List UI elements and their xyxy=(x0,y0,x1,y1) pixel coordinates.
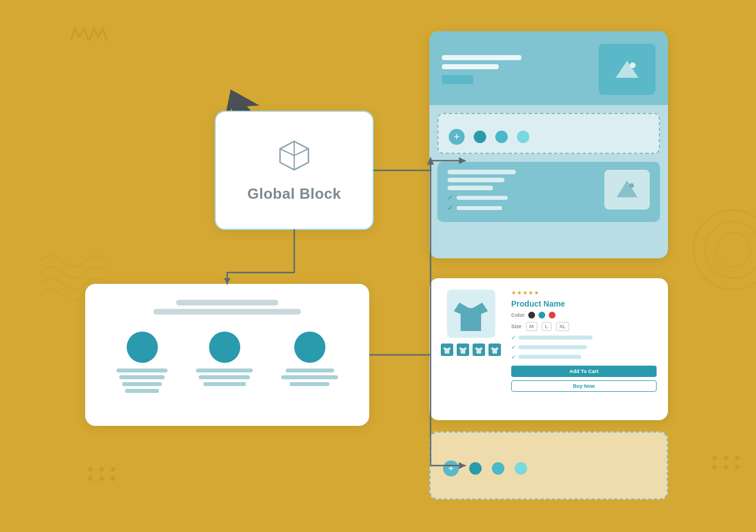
item-lines-3 xyxy=(281,368,338,386)
item-line xyxy=(281,375,338,379)
decorative-dots-right xyxy=(712,456,742,470)
thumbnail-2[interactable] xyxy=(457,344,469,356)
dot-2 xyxy=(495,131,508,143)
color-row: Color xyxy=(511,312,657,319)
check-icon: ✓ xyxy=(511,334,516,341)
product-line xyxy=(448,170,516,174)
hero-section xyxy=(429,31,668,105)
product-thumbnails[interactable] xyxy=(441,344,501,356)
dot-3 xyxy=(515,462,527,475)
check-line: ✓ xyxy=(448,204,595,212)
item-line xyxy=(122,382,162,386)
item-lines-2 xyxy=(196,368,253,386)
hero-line xyxy=(442,55,521,60)
hero-line xyxy=(442,64,499,69)
bottom-instance-circles: + xyxy=(443,460,654,476)
dot-1 xyxy=(474,131,486,143)
check-bar xyxy=(519,336,592,340)
check-icon: ✓ xyxy=(448,194,453,202)
check-row-3: ✓ xyxy=(511,354,657,360)
bottom-subtitle-line xyxy=(153,309,301,315)
item-line xyxy=(203,382,246,386)
check-bar xyxy=(519,345,587,349)
item-line xyxy=(290,382,329,386)
bottom-title-line xyxy=(176,300,278,305)
svg-point-2 xyxy=(716,233,750,267)
svg-point-8 xyxy=(630,62,636,68)
check-line: ✓ xyxy=(448,194,595,202)
global-block-card: Global Block xyxy=(215,111,374,230)
item-line xyxy=(116,368,168,372)
product-stars: ★★★★★ xyxy=(511,290,657,296)
check-row-2: ✓ xyxy=(511,344,657,350)
list-item xyxy=(281,332,338,386)
svg-point-10 xyxy=(629,183,634,188)
decorative-circle-right xyxy=(688,193,756,307)
size-xl[interactable]: XL xyxy=(556,322,569,331)
instance-circles: + xyxy=(449,129,649,145)
product-line xyxy=(448,186,493,190)
color-dot-3[interactable] xyxy=(549,312,555,319)
item-line xyxy=(196,368,253,372)
global-block-instance-bottom: + xyxy=(429,432,668,500)
check-icon: ✓ xyxy=(511,344,516,350)
item-line xyxy=(286,368,334,372)
add-icon: + xyxy=(449,129,465,145)
thumbnail-3[interactable] xyxy=(473,344,485,356)
dot-3 xyxy=(517,131,529,143)
buy-now-button[interactable]: Buy Now xyxy=(511,380,657,392)
check-bar xyxy=(457,206,502,210)
hero-text-block xyxy=(442,55,590,84)
list-item xyxy=(116,332,168,393)
add-icon: + xyxy=(443,460,459,476)
product-name: Product Name xyxy=(511,299,657,308)
svg-point-0 xyxy=(694,210,756,290)
global-block-label: Global Block xyxy=(248,185,341,203)
svg-marker-9 xyxy=(617,181,638,198)
product-info-column: ★★★★★ Product Name Color Size M L XL ✓ ✓… xyxy=(511,290,657,409)
product-line xyxy=(448,178,504,182)
cube-icon xyxy=(277,139,311,177)
color-dot-2[interactable] xyxy=(538,312,545,319)
item-line xyxy=(125,389,159,393)
svg-point-1 xyxy=(705,221,756,278)
color-dot-1[interactable] xyxy=(528,312,535,319)
bottom-product-card xyxy=(85,284,369,426)
size-m[interactable]: M xyxy=(526,322,537,331)
check-icon: ✓ xyxy=(511,354,516,360)
dot-2 xyxy=(492,462,504,475)
list-item xyxy=(196,332,253,386)
item-circle-3 xyxy=(294,332,325,363)
svg-marker-11 xyxy=(224,278,231,284)
size-label: Size xyxy=(511,324,521,329)
item-line xyxy=(119,375,165,379)
item-circle-2 xyxy=(209,332,240,363)
item-circle-1 xyxy=(127,332,158,363)
dot-1 xyxy=(469,462,482,475)
product-images-column xyxy=(441,290,501,409)
add-to-cart-button[interactable]: Add To Cart xyxy=(511,366,657,377)
bottom-items-row xyxy=(102,332,352,393)
product-image xyxy=(604,170,650,210)
logo xyxy=(68,26,108,47)
right-top-website-panel: + ✓ ✓ xyxy=(429,31,668,258)
product-text: ✓ ✓ xyxy=(448,170,595,214)
check-icon: ✓ xyxy=(448,204,453,212)
size-l[interactable]: L xyxy=(542,322,552,331)
check-bar xyxy=(457,196,508,200)
decorative-dots-left xyxy=(88,467,118,481)
color-label: Color xyxy=(511,312,525,318)
item-lines-1 xyxy=(116,368,168,393)
thumbnail-4[interactable] xyxy=(488,344,501,356)
item-line xyxy=(199,375,250,379)
product-main-image xyxy=(447,290,495,338)
thumbnail-1[interactable] xyxy=(441,344,453,356)
check-bar xyxy=(519,355,581,359)
hero-button[interactable] xyxy=(442,75,473,84)
product-section: ✓ ✓ xyxy=(437,162,660,222)
check-row-1: ✓ xyxy=(511,334,657,341)
size-row: Size M L XL xyxy=(511,322,657,331)
global-block-instance-top: + xyxy=(437,113,660,154)
hero-image xyxy=(599,44,655,95)
product-detail-panel: ★★★★★ Product Name Color Size M L XL ✓ ✓… xyxy=(429,278,668,420)
